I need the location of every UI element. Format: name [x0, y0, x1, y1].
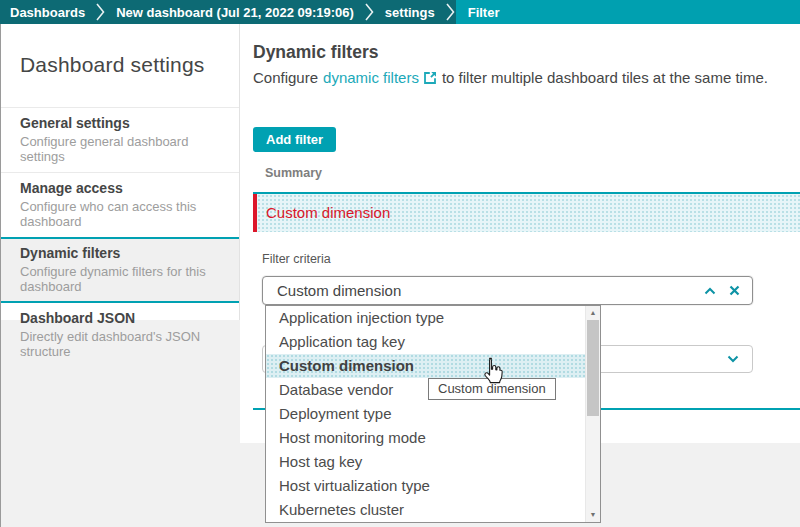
breadcrumb: Dashboards New dashboard (Jul 21, 2022 0… [0, 0, 800, 24]
external-link-icon[interactable] [424, 71, 437, 84]
dropdown-option-highlighted[interactable]: Custom dimension [266, 354, 585, 378]
combobox-value[interactable]: Custom dimension [263, 277, 752, 304]
dynamic-filters-panel: Dynamic filters Configure dynamic filter… [240, 24, 800, 443]
sidebar-item-description: Directly edit dashboard's JSON structure [20, 329, 221, 359]
scroll-down-arrow-icon[interactable]: ▼ [586, 508, 600, 521]
dropdown-option[interactable]: Kubernetes cluster [266, 498, 585, 522]
settings-sidebar: Dashboard settings General settings Conf… [0, 24, 240, 320]
sidebar-item-description: Configure who can access this dashboard [20, 199, 221, 229]
scroll-up-arrow-icon[interactable]: ▲ [586, 306, 600, 319]
sidebar-item-label: Dashboard JSON [20, 310, 221, 327]
filter-criteria-combobox[interactable]: Custom dimension [262, 276, 753, 305]
sidebar-item-description: Configure dynamic filters for this dashb… [20, 264, 221, 294]
sidebar-item-label: Dynamic filters [20, 245, 221, 262]
sidebar-item-dynamic-filters[interactable]: Dynamic filters Configure dynamic filter… [0, 237, 239, 303]
chevron-down-icon[interactable] [727, 346, 739, 372]
dynamic-filters-link[interactable]: dynamic filters [323, 69, 419, 86]
sidebar-item-dashboard-json[interactable]: Dashboard JSON Directly edit dashboard's… [0, 303, 239, 367]
dropdown-option[interactable]: Application injection type [266, 306, 585, 330]
sidebar-item-description: Configure general dashboard settings [20, 134, 221, 164]
sidebar-title: Dashboard settings [0, 24, 239, 77]
breadcrumb-item-filter-active[interactable]: Filter [456, 0, 800, 24]
scrollbar-thumb[interactable] [587, 320, 599, 416]
dropdown-option[interactable]: Host monitoring mode [266, 426, 585, 450]
dropdown-scrollbar[interactable]: ▲ ▼ [585, 306, 600, 522]
clear-x-icon[interactable] [729, 277, 740, 304]
dropdown-option[interactable]: Application tag key [266, 330, 585, 354]
summary-column-header: Summary [265, 166, 322, 180]
description-suffix: to filter multiple dashboard tiles at th… [442, 69, 768, 86]
option-tooltip: Custom dimension [428, 378, 556, 400]
breadcrumb-item-dashboards[interactable]: Dashboards [0, 0, 95, 24]
filter-criteria-dropdown: Application injection type Application t… [265, 305, 601, 523]
sidebar-item-general-settings[interactable]: General settings Configure general dashb… [0, 107, 239, 172]
page-title: Dynamic filters [253, 42, 378, 63]
sidebar-item-label: Manage access [20, 180, 221, 197]
add-filter-button[interactable]: Add filter [253, 127, 336, 152]
breadcrumb-item-dashboard-name[interactable]: New dashboard (Jul 21, 2022 09:19:06) [106, 0, 364, 24]
sidebar-item-label: General settings [20, 115, 221, 132]
breadcrumb-item-settings[interactable]: settings [375, 0, 445, 24]
dropdown-option[interactable]: Host tag key [266, 450, 585, 474]
filter-criteria-label: Filter criteria [262, 252, 331, 266]
description-prefix: Configure [253, 69, 318, 86]
dropdown-option-list: Application injection type Application t… [266, 306, 585, 522]
breadcrumb-chevron-icon [445, 0, 456, 24]
dropdown-option[interactable]: Deployment type [266, 402, 585, 426]
page-description: Configure dynamic filters to filter mult… [253, 69, 768, 86]
chevron-up-icon[interactable] [704, 277, 716, 304]
dropdown-option[interactable]: Host virtualization type [266, 474, 585, 498]
window-left-edge [0, 24, 1, 527]
breadcrumb-chevron-icon [95, 0, 106, 24]
filter-summary-row[interactable]: Custom dimension [253, 194, 800, 232]
sidebar-item-manage-access[interactable]: Manage access Configure who can access t… [0, 172, 239, 237]
breadcrumb-chevron-icon [364, 0, 375, 24]
